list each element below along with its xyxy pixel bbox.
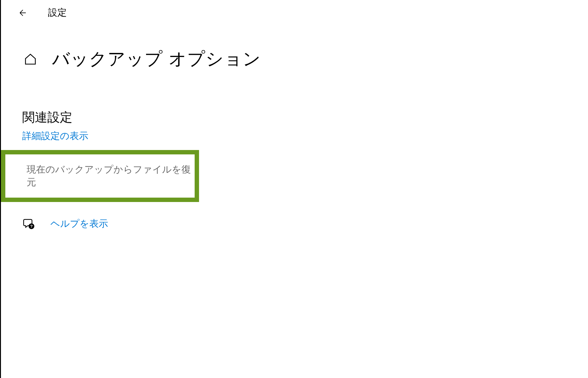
help-chat-icon: ? <box>23 217 35 230</box>
section-heading: 関連設定 <box>22 109 588 126</box>
page-title: バックアップ オプション <box>52 47 261 71</box>
related-settings-section: 関連設定 詳細設定の表示 現在のバックアップからファイルを復元 <box>1 71 588 202</box>
page-title-row: バックアップ オプション <box>1 19 588 71</box>
arrow-left-icon <box>18 8 28 18</box>
home-icon <box>24 53 37 66</box>
back-button[interactable] <box>17 7 29 19</box>
help-icon-wrapper: ? <box>22 217 35 230</box>
home-button[interactable] <box>23 52 38 67</box>
restore-highlight-box: 現在のバックアップからファイルを復元 <box>1 150 199 202</box>
header-bar: 設定 <box>1 0 588 19</box>
svg-text:?: ? <box>30 224 33 229</box>
help-row: ? ヘルプを表示 <box>1 202 588 230</box>
restore-files-link[interactable]: 現在のバックアップからファイルを復元 <box>27 164 191 187</box>
header-title: 設定 <box>48 6 67 19</box>
advanced-settings-link[interactable]: 詳細設定の表示 <box>22 130 88 142</box>
help-link[interactable]: ヘルプを表示 <box>50 217 108 230</box>
